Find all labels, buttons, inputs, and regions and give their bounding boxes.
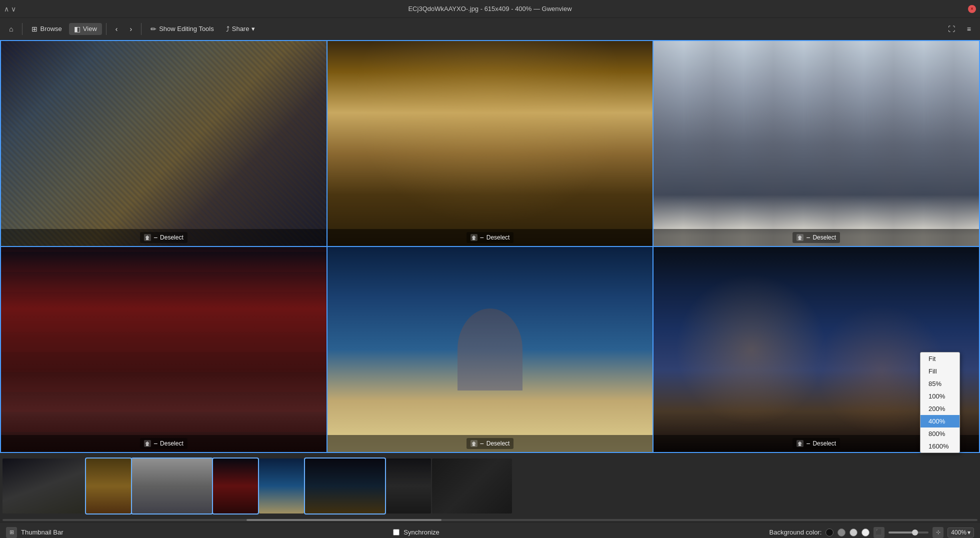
titlebar-chevron-left[interactable]: ∧ [4, 5, 9, 13]
zoom-option-400[interactable]: 400% [920, 415, 960, 428]
zoom-option-200[interactable]: 200% [920, 402, 960, 415]
thumbnail-6[interactable] [305, 458, 385, 514]
deselect-button-6[interactable]: 🗑 − Deselect [792, 438, 840, 449]
deselect-minus-1: − [154, 234, 158, 242]
deselect-minus-3: − [806, 234, 810, 242]
color-picker-button[interactable]: ⬛ [874, 527, 884, 538]
deselect-label-2: Deselect [486, 234, 510, 241]
deselect-minus-5: − [480, 440, 484, 448]
zoom-option-fill[interactable]: Fill [920, 365, 960, 378]
toolbar-separator-2 [106, 23, 106, 35]
deselect-bar-1: 🗑 − Deselect [1, 229, 326, 246]
titlebar-chevron-right[interactable]: ∨ [11, 5, 16, 13]
deselect-label-1: Deselect [160, 234, 184, 241]
thumbnail-3[interactable] [132, 458, 212, 514]
deselect-label-5: Deselect [486, 440, 510, 447]
zoom-option-85[interactable]: 85% [920, 378, 960, 390]
photo-cell-1[interactable]: 🗑 − Deselect [1, 41, 326, 246]
photo-cell-5[interactable]: 🗑 − Deselect [328, 247, 653, 452]
deselect-bar-5: 🗑 − Deselect [328, 435, 653, 452]
deselect-button-4[interactable]: 🗑 − Deselect [140, 438, 188, 449]
scrollbar-track[interactable] [2, 519, 978, 521]
zoom-slider[interactable] [888, 532, 928, 534]
photo-cell-4[interactable]: 🗑 − Deselect [1, 247, 326, 452]
color-picker-icon: ⬛ [876, 529, 882, 536]
trash-icon-6: 🗑 [796, 440, 804, 447]
prev-icon: ‹ [116, 25, 118, 33]
photo-image-4 [1, 247, 326, 452]
statusbar: ⊞ Thumbnail Bar Synchronize Background c… [0, 522, 980, 538]
background-color-label: Background color: [770, 528, 822, 536]
photo-image-5 [328, 247, 653, 452]
toolbar: ⌂ ⊞ Browse ◧ View ‹ › ✏ Show Editing Too… [0, 18, 980, 40]
titlebar: ∧ ∨ ECj3QdoWkAAYXO-.jpg - 615x409 - 400%… [0, 0, 980, 18]
thumbnail-scrollbar[interactable] [0, 518, 980, 522]
edit-tools-button[interactable]: ✏ Show Editing Tools [146, 23, 219, 35]
deselect-button-1[interactable]: 🗑 − Deselect [140, 232, 188, 243]
trash-icon-1: 🗑 [144, 234, 151, 241]
browse-button[interactable]: ⊞ Browse [26, 23, 66, 35]
photo-cell-3[interactable]: 🗑 − Deselect [654, 41, 979, 246]
thumbnail-bar-toggle[interactable]: ⊞ [6, 527, 17, 538]
next-button[interactable]: › [124, 23, 137, 35]
trash-icon-2: 🗑 [470, 234, 478, 241]
color-swatch-white[interactable] [862, 528, 870, 536]
share-icon: ⤴ [226, 25, 230, 33]
share-arrow-icon: ▾ [252, 25, 255, 32]
zoom-option-100[interactable]: 100% [920, 390, 960, 402]
thumbnail-2[interactable] [86, 458, 131, 514]
deselect-button-3[interactable]: 🗑 − Deselect [792, 232, 840, 243]
deselect-minus-2: − [480, 234, 484, 242]
thumbnail-bar-toggle-icon: ⊞ [10, 529, 14, 536]
zoom-option-800[interactable]: 800% [920, 428, 960, 440]
deselect-label-3: Deselect [812, 234, 836, 241]
thumbnail-7[interactable] [386, 458, 431, 514]
edit-icon: ✏ [150, 25, 156, 33]
synchronize-label: Synchronize [404, 528, 440, 536]
photo-image-1 [1, 41, 326, 246]
trash-icon-5: 🗑 [470, 440, 478, 447]
photo-grid: 🗑 − Deselect 🗑 − Deselect 🗑 − Deselec [0, 40, 980, 453]
zoom-reset-button[interactable]: ⊹ [932, 527, 944, 538]
trash-icon-3: 🗑 [796, 234, 804, 241]
zoom-slider-thumb[interactable] [912, 530, 918, 536]
deselect-button-2[interactable]: 🗑 − Deselect [466, 232, 514, 243]
browse-label: Browse [40, 25, 62, 32]
close-button[interactable]: × [968, 5, 976, 13]
share-label: Share [232, 25, 250, 32]
zoom-option-fit[interactable]: Fit [920, 352, 960, 365]
zoom-option-1600[interactable]: 1600% [920, 440, 960, 452]
share-button[interactable]: ⤴ Share ▾ [221, 23, 260, 35]
prev-button[interactable]: ‹ [110, 23, 123, 35]
photo-image-2 [328, 41, 653, 246]
window-controls: × [968, 5, 976, 13]
home-button[interactable]: ⌂ [4, 23, 18, 35]
scrollbar-thumb[interactable] [246, 519, 442, 521]
color-swatch-black[interactable] [826, 528, 834, 536]
deselect-button-5[interactable]: 🗑 − Deselect [466, 438, 514, 449]
thumbnail-5[interactable] [259, 458, 304, 514]
zoom-reset-icon: ⊹ [936, 529, 940, 536]
statusbar-center: Synchronize [72, 528, 762, 536]
zoom-dropdown-arrow: ▾ [968, 529, 970, 536]
statusbar-left: ⊞ Thumbnail Bar [6, 527, 64, 538]
fullscreen-button[interactable]: ⛶ [943, 23, 960, 35]
photo-cell-2[interactable]: 🗑 − Deselect [328, 41, 653, 246]
thumbnail-4[interactable] [213, 458, 258, 514]
thumbnail-strip[interactable] [0, 456, 980, 516]
synchronize-checkbox[interactable] [393, 529, 400, 536]
view-button[interactable]: ◧ View [69, 23, 102, 35]
next-icon: › [130, 25, 132, 33]
thumbnail-bar-label: Thumbnail Bar [21, 528, 64, 536]
color-swatch-light-gray[interactable] [850, 528, 858, 536]
menu-button[interactable]: ≡ [962, 23, 976, 35]
toolbar-separator-1 [22, 23, 22, 35]
view-icon: ◧ [74, 25, 80, 33]
thumbnail-8[interactable] [432, 458, 512, 514]
zoom-value-dropdown[interactable]: 400% ▾ [948, 528, 974, 538]
thumbnail-1[interactable] [2, 458, 85, 514]
color-swatch-gray[interactable] [838, 528, 846, 536]
home-icon: ⌂ [9, 25, 13, 33]
deselect-label-6: Deselect [812, 440, 836, 447]
deselect-bar-2: 🗑 − Deselect [328, 229, 653, 246]
